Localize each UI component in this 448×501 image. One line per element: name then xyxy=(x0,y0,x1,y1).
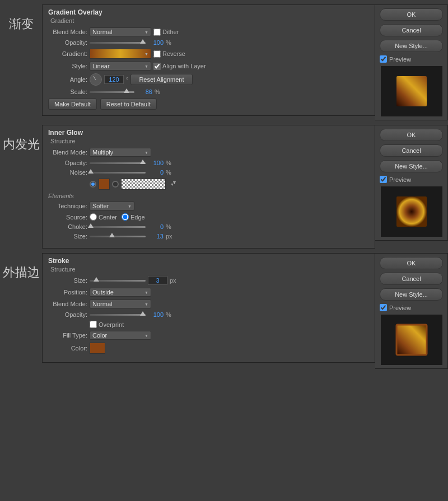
ig-edge-radio[interactable] xyxy=(122,213,129,221)
elements-header: Elements xyxy=(48,193,369,199)
style-row: Style: Linear Radial Angle Align with La… xyxy=(48,62,369,71)
stroke-overprint-checkbox[interactable] xyxy=(90,321,97,328)
ig-preview-check[interactable] xyxy=(380,176,387,183)
stroke-size-slider[interactable] xyxy=(90,280,146,282)
ig-gradient-swatch[interactable] xyxy=(121,179,166,190)
ig-preview-checkbox[interactable]: Preview xyxy=(380,176,443,183)
stroke-preview-label: Preview xyxy=(389,305,411,311)
stroke-opacity-row: Opacity: 100 % xyxy=(48,311,369,318)
gradient-overlay-title: Gradient Overlay xyxy=(48,8,369,16)
ig-blend-mode-wrapper[interactable]: Multiply Normal Screen xyxy=(90,148,151,157)
blend-mode-select-wrapper[interactable]: Normal Multiply Screen xyxy=(90,27,151,36)
angle-input[interactable] xyxy=(104,75,124,84)
stroke-size-input[interactable] xyxy=(148,276,167,285)
angle-needle xyxy=(94,76,96,80)
opacity-slider[interactable] xyxy=(90,42,146,44)
stroke-ok-button[interactable]: OK xyxy=(380,257,443,269)
stroke-fill-type-wrapper[interactable]: Color Gradient Pattern xyxy=(90,331,151,340)
gradient-preview-checkbox[interactable]: Preview xyxy=(380,55,443,63)
ig-blend-mode-select[interactable]: Multiply Normal Screen xyxy=(90,148,151,157)
gradient-overlay-subtitle: Gradient xyxy=(48,17,369,24)
ig-technique-wrapper[interactable]: Softer Precise xyxy=(90,202,134,210)
ig-solid-radio[interactable] xyxy=(90,181,96,188)
ig-size-thumb[interactable] xyxy=(109,233,115,237)
inner-glow-title: Inner Glow xyxy=(48,129,369,137)
ig-gradient-dropdown[interactable]: ▼ xyxy=(168,179,177,190)
ig-source-radio-group: Center Edge xyxy=(90,213,145,221)
stroke-blend-select[interactable]: Normal Multiply xyxy=(90,299,151,308)
stroke-preview-checkbox[interactable]: Preview xyxy=(380,304,443,311)
ig-opacity-slider[interactable] xyxy=(90,162,146,164)
reset-to-default-button[interactable]: Reset to Default xyxy=(100,99,157,110)
ig-center-radio[interactable] xyxy=(90,213,97,221)
gradient-new-style-button[interactable]: New Style... xyxy=(380,40,443,52)
ig-color-swatch[interactable] xyxy=(99,179,110,190)
stroke-new-style-button[interactable]: New Style... xyxy=(380,288,443,301)
angle-dial[interactable] xyxy=(90,73,102,86)
ig-cancel-button[interactable]: Cancel xyxy=(380,144,443,157)
align-layer-text: Align with Layer xyxy=(162,63,206,69)
style-select[interactable]: Linear Radial Angle xyxy=(90,62,151,71)
gradient-swatch-wrapper[interactable] xyxy=(90,49,151,59)
stroke-overprint-text: Overprint xyxy=(99,321,124,328)
gradient-overlay-panel: 渐变 Gradient Overlay Gradient Blend Mode:… xyxy=(0,4,448,120)
ig-ok-button[interactable]: OK xyxy=(380,129,443,141)
ig-technique-select[interactable]: Softer Precise xyxy=(90,202,134,210)
stroke-subtitle: Structure xyxy=(48,266,369,273)
ig-size-slider[interactable] xyxy=(90,236,146,237)
ig-opacity-thumb[interactable] xyxy=(140,160,146,164)
ig-preview-image xyxy=(392,192,431,231)
align-layer-checkbox[interactable] xyxy=(153,63,161,70)
stroke-size-unit: px xyxy=(170,277,176,284)
gradient-label: Gradient: xyxy=(48,50,87,57)
stroke-fill-type-label: Fill Type: xyxy=(48,332,87,339)
reverse-checkbox-label[interactable]: Reverse xyxy=(153,50,185,58)
stroke-preview-check[interactable] xyxy=(380,304,387,311)
gradient-ok-button[interactable]: OK xyxy=(380,8,443,21)
gradient-overlay-box: Gradient Overlay Gradient Blend Mode: No… xyxy=(42,4,375,116)
reverse-checkbox[interactable] xyxy=(153,50,161,58)
ig-choke-slider[interactable] xyxy=(90,226,146,228)
stroke-position-wrapper[interactable]: Outside Inside Center xyxy=(90,288,151,297)
ig-choke-unit: % xyxy=(166,223,171,230)
ig-edge-radio-label[interactable]: Edge xyxy=(122,213,145,221)
stroke-position-select[interactable]: Outside Inside Center xyxy=(90,288,151,297)
stroke-blend-wrapper[interactable]: Normal Multiply xyxy=(90,299,151,308)
blend-mode-select[interactable]: Normal Multiply Screen xyxy=(90,27,151,36)
opacity-unit: % xyxy=(166,39,171,46)
ig-swatch-container: ▼ xyxy=(90,179,177,190)
ig-noise-label: Noise: xyxy=(48,169,87,176)
align-layer-label[interactable]: Align with Layer xyxy=(153,63,206,70)
scale-thumb[interactable] xyxy=(124,88,129,93)
angle-label: Angle: xyxy=(48,76,87,83)
gradient-preview[interactable] xyxy=(90,49,151,59)
stroke-overprint-label[interactable]: Overprint xyxy=(90,321,124,328)
stroke-cancel-button[interactable]: Cancel xyxy=(380,273,443,285)
stroke-size-thumb[interactable] xyxy=(94,277,99,282)
ig-new-style-button[interactable]: New Style... xyxy=(380,160,443,172)
gradient-preview-image xyxy=(392,72,431,111)
opacity-thumb[interactable] xyxy=(140,39,146,44)
stroke-overprint-row: Overprint xyxy=(48,321,369,328)
reset-alignment-button[interactable]: Reset Alignment xyxy=(130,74,192,85)
make-default-button[interactable]: Make Default xyxy=(48,99,97,110)
gradient-preview-check[interactable] xyxy=(380,55,387,63)
dither-checkbox[interactable] xyxy=(153,29,161,36)
ig-choke-thumb[interactable] xyxy=(88,223,94,228)
ig-noise-thumb[interactable] xyxy=(88,169,94,174)
stroke-position-label: Position: xyxy=(48,289,87,296)
dither-checkbox-label[interactable]: Dither xyxy=(153,29,179,36)
stroke-color-swatch[interactable] xyxy=(90,343,105,354)
scale-slider[interactable] xyxy=(90,91,134,93)
ig-center-radio-label[interactable]: Center xyxy=(90,213,117,221)
stroke-opacity-slider[interactable] xyxy=(90,314,146,316)
ig-gradient-radio[interactable] xyxy=(112,181,119,188)
ig-preview-label: Preview xyxy=(389,176,411,183)
stroke-fill-type-select[interactable]: Color Gradient Pattern xyxy=(90,331,151,340)
gradient-cancel-button[interactable]: Cancel xyxy=(380,24,443,36)
ig-noise-slider[interactable] xyxy=(90,172,146,174)
stroke-opacity-thumb[interactable] xyxy=(140,311,146,316)
style-select-wrapper[interactable]: Linear Radial Angle xyxy=(90,62,151,71)
gradient-preview-box xyxy=(381,66,442,116)
blend-mode-row: Blend Mode: Normal Multiply Screen Dithe… xyxy=(48,27,369,36)
